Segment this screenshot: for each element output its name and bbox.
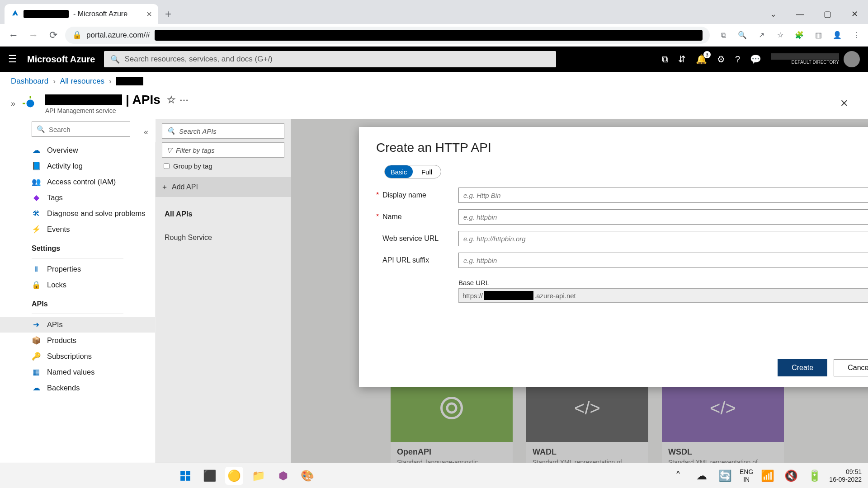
sidebar-item-label: Tags [47,193,63,202]
extensions-icon[interactable]: 🧩 [793,31,806,39]
input-display-name[interactable] [458,188,868,203]
windows-taskbar: ⬛ 🟡 📁 ⬢ 🎨 ˄ ☁ 🔄 ENG IN 📶 🔇 🔋 09:51 16-09… [0,463,868,488]
label-api-url-suffix: API URL suffix [382,256,458,264]
events-icon: ⚡ [32,225,41,234]
menu-search[interactable]: 🔍 Search [32,122,130,137]
global-search[interactable]: 🔍 Search resources, services, and docs (… [104,51,556,67]
svg-point-0 [27,100,34,108]
clock[interactable]: 09:51 16-09-2022 [829,468,862,483]
sidebar-item-label: APIs [47,320,63,329]
api-search[interactable]: 🔍Search APIs [162,123,284,139]
api-filter[interactable]: ▽Filter by tags [162,142,284,158]
chevron-down-icon[interactable]: ⌄ [760,4,787,24]
side-panel-icon[interactable]: ▥ [812,31,825,39]
group-by-tag-checkbox[interactable]: Group by tag [162,161,284,171]
share-icon[interactable]: ↗ [755,31,768,39]
tray-chevron-icon[interactable]: ˄ [669,467,687,485]
checkbox[interactable] [164,163,170,169]
forward-button[interactable]: → [25,27,42,43]
azure-logo[interactable]: Microsoft Azure [25,54,104,65]
api-list-item[interactable]: Rough Service [162,228,284,247]
breadcrumb-dashboard[interactable]: Dashboard [11,77,48,86]
back-button[interactable]: ← [5,27,22,43]
favorite-icon[interactable]: ☆ [167,94,176,106]
zoom-icon[interactable]: 🔍 [736,31,749,39]
chrome-icon[interactable]: 🟡 [225,467,243,485]
input-web-service-url[interactable] [458,231,868,246]
collapse-menu-icon[interactable]: « [137,127,156,137]
plus-icon: ＋ [161,183,168,192]
page-title: | APIs [126,93,160,107]
add-api-button[interactable]: ＋Add API [156,177,291,197]
wifi-icon[interactable]: 📶 [759,467,777,485]
more-actions-icon[interactable]: ⋯ [179,94,189,105]
sidebar-item-products[interactable]: 📦Products [0,333,155,348]
directories-icon[interactable]: ⇵ [678,54,686,65]
dialog-title: Create an HTTP API [376,141,868,155]
divider [32,258,123,258]
sidebar-item-locks[interactable]: 🔒Locks [0,277,155,293]
search-icon: 🔍 [110,55,120,64]
maximize-icon[interactable]: ▢ [814,4,841,24]
address-bar[interactable]: 🔒 portal.azure.com/# [65,27,710,44]
mode-toggle[interactable]: Basic Full [384,165,441,178]
task-view-icon[interactable]: ⬛ [201,467,219,485]
profile-icon[interactable]: 👤 [831,31,844,39]
input-name[interactable] [458,209,868,225]
onedrive-icon[interactable]: ☁ [693,467,711,485]
bookmark-icon[interactable]: ☆ [774,31,787,39]
sidebar-item-apis[interactable]: ➜APIs [0,317,155,333]
portal-menu-button[interactable]: ☰ [0,53,25,65]
help-icon[interactable]: ? [735,54,740,65]
input-api-url-suffix[interactable] [458,253,868,268]
minimize-icon[interactable]: — [787,4,814,24]
file-explorer-icon[interactable]: 📁 [250,467,268,485]
close-blade-icon[interactable]: ✕ [840,98,857,109]
battery-icon[interactable]: 🔋 [806,467,824,485]
sidebar-item-access-control[interactable]: 👥Access control (IAM) [0,174,155,190]
notifications-icon[interactable]: 🔔3 [696,54,707,65]
sidebar-item-properties[interactable]: ⦀Properties [0,261,155,277]
clock-date: 16-09-2022 [829,476,862,483]
volume-icon[interactable]: 🔇 [782,467,800,485]
close-tab-icon[interactable]: × [146,9,152,19]
sidebar-item-events[interactable]: ⚡Events [0,221,155,237]
paint-icon[interactable]: 🎨 [298,467,316,485]
create-http-api-dialog: Create an HTTP API Basic Full * Display … [359,127,868,387]
language-indicator[interactable]: ENG IN [740,468,753,483]
page-header: » | APIs ☆ ⋯ API Management service ✕ [0,91,868,119]
expand-menu-icon[interactable]: » [11,99,15,108]
close-window-icon[interactable]: ✕ [841,4,868,24]
filter-icon: ▽ [167,146,172,154]
breadcrumb-all-resources[interactable]: All resources [60,77,104,86]
sidebar-item-diagnose[interactable]: 🛠Diagnose and solve problems [0,206,155,221]
azure-portal-header: ☰ Microsoft Azure 🔍 Search resources, se… [0,47,868,72]
sync-icon[interactable]: 🔄 [716,467,734,485]
sidebar-item-named-values[interactable]: ▦Named values [0,364,155,380]
sidebar-item-overview[interactable]: ☁Overview [0,142,155,158]
browser-tab[interactable]: - Microsoft Azure × [5,4,158,24]
label-base-url: Base URL [458,279,868,286]
mode-full[interactable]: Full [413,165,441,178]
cancel-button[interactable]: Cancel [834,359,868,376]
lang-line1: ENG [740,468,753,476]
start-button[interactable] [176,467,194,485]
visual-studio-icon[interactable]: ⬢ [274,467,292,485]
settings-icon[interactable]: ⚙ [717,54,725,65]
sidebar-item-label: Access control (IAM) [47,178,116,186]
sidebar-item-backends[interactable]: ☁Backends [0,380,155,396]
reload-button[interactable]: ⟳ [45,27,61,43]
create-button[interactable]: Create [778,359,827,376]
sidebar-item-subscriptions[interactable]: 🔑Subscriptions [0,348,155,364]
cloud-shell-icon[interactable]: ⧉ [662,54,668,65]
feedback-icon[interactable]: 💬 [750,54,761,65]
sidebar-item-tags[interactable]: ◆Tags [0,190,155,206]
azure-favicon-icon [11,9,19,19]
new-tab-button[interactable]: + [160,6,176,22]
sidebar-item-activity-log[interactable]: 📘Activity log [0,158,155,174]
kebab-menu-icon[interactable]: ⋮ [850,31,863,39]
open-external-icon[interactable]: ⧉ [717,31,730,39]
mode-basic[interactable]: Basic [385,165,413,178]
account-menu[interactable]: DEFAULT DIRECTORY [771,51,860,67]
all-apis-link[interactable]: All APIs [162,203,284,225]
